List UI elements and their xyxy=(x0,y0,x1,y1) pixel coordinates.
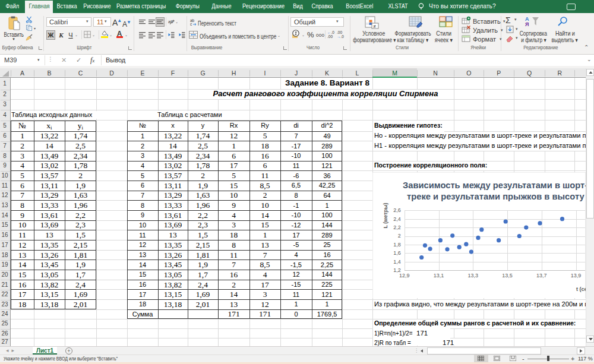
svg-text:13,1: 13,1 xyxy=(434,273,444,278)
svg-text:1,4: 1,4 xyxy=(393,258,401,264)
svg-text:12,9: 12,9 xyxy=(399,273,410,278)
svg-text:t (сек): t (сек) xyxy=(576,286,586,292)
svg-text:13,5: 13,5 xyxy=(502,273,513,278)
svg-text:2,4: 2,4 xyxy=(393,216,401,221)
svg-text:Зависимость между результатами: Зависимость между результатами в шорт- xyxy=(403,179,586,189)
svg-text:≠: ≠ xyxy=(374,24,377,29)
svg-text:Я: Я xyxy=(525,21,529,26)
svg-text:2,2: 2,2 xyxy=(393,224,401,230)
svg-text:треке и результатами прыжков в: треке и результатами прыжков в высоту xyxy=(407,191,584,201)
svg-text:1,8: 1,8 xyxy=(393,241,401,247)
svg-text:13,7: 13,7 xyxy=(536,273,547,278)
svg-text:2,6: 2,6 xyxy=(393,207,401,213)
svg-text:L (метры): L (метры) xyxy=(383,202,388,228)
svg-text:13,9: 13,9 xyxy=(571,273,582,278)
svg-text:1,6: 1,6 xyxy=(393,250,401,256)
svg-text:2: 2 xyxy=(398,233,401,239)
svg-text:13,3: 13,3 xyxy=(468,273,479,278)
